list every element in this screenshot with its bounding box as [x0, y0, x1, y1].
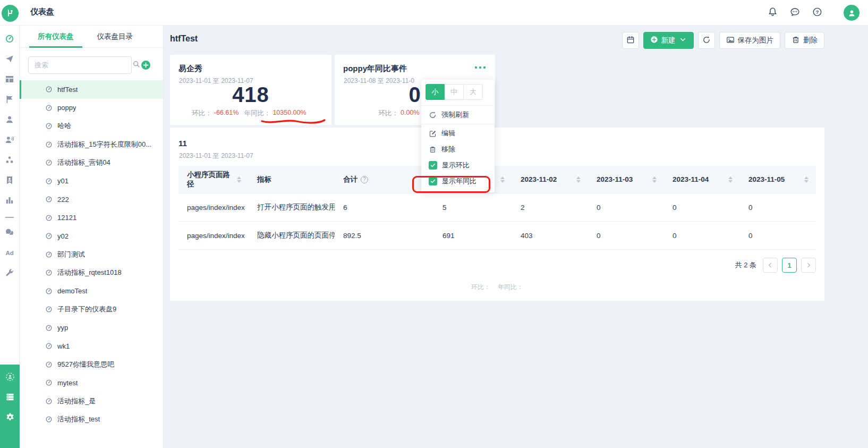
menu-item-force-refresh[interactable]: 强制刷新	[421, 107, 495, 123]
sidebar-item[interactable]: 活动指标_15字符长度限制00...	[20, 136, 163, 154]
rail-item-cluster[interactable]	[0, 151, 20, 171]
sidebar-item[interactable]: y01	[20, 172, 163, 191]
help-icon[interactable]: ?	[812, 7, 822, 19]
brand-logo-icon[interactable]	[2, 5, 19, 22]
rail-item-wrench[interactable]	[0, 264, 20, 284]
gauge-icon	[45, 232, 53, 240]
menu-item-edit[interactable]: 编辑	[421, 125, 495, 141]
refresh-icon	[429, 111, 437, 119]
menu-item-show-ratio[interactable]: 显示环比	[421, 157, 495, 173]
sidebar-item[interactable]: 活动指标_是	[20, 392, 163, 411]
sort-carets-icon[interactable]	[237, 176, 241, 183]
sidebar-item[interactable]: 12121	[20, 209, 163, 227]
card-menu-trigger-icon[interactable]	[475, 66, 486, 69]
table-cell: 0	[740, 193, 816, 221]
save-as-image-button[interactable]: 保存为图片	[719, 32, 781, 49]
rail-item-ad[interactable]: Ad	[0, 243, 20, 264]
sidebar-item[interactable]: poppy	[20, 99, 163, 117]
gear-icon	[5, 412, 15, 424]
tab-all-dashboards[interactable]: 所有仪表盘	[29, 26, 82, 47]
sidebar-item[interactable]: mytest	[20, 374, 163, 392]
menu-item-remove[interactable]: 移除	[421, 141, 495, 157]
card-context-menu: 小中大 强制刷新编辑移除显示环比显示年同比	[421, 80, 495, 192]
table-row: pages/index/index打开小程序页面的触发用...652000	[178, 193, 816, 222]
sidebar-item[interactable]: yyp	[20, 319, 163, 337]
sidebar-item[interactable]: 子目录下的仪表盘9	[20, 300, 163, 319]
next-page-button[interactable]	[801, 258, 816, 273]
sidebar-item[interactable]: 活动指标_test	[20, 410, 163, 429]
user-avatar[interactable]	[844, 5, 860, 21]
sidebar-item[interactable]: 活动指标_rqtest1018	[20, 264, 163, 282]
table-cell: 892.5	[335, 222, 434, 249]
prev-page-button[interactable]	[763, 258, 778, 273]
rail-item-badge-user[interactable]	[0, 171, 20, 191]
svg-text:Ad: Ad	[6, 250, 14, 256]
tab-dashboard-directory[interactable]: 仪表盘目录	[89, 26, 142, 47]
rail-item-server[interactable]	[0, 388, 20, 408]
sidebar-item[interactable]: 9527你懂我意思吧	[20, 356, 163, 374]
refresh-icon	[702, 36, 711, 46]
refresh-button[interactable]	[698, 32, 715, 49]
sidebar-item[interactable]: demoTest	[20, 282, 163, 301]
column-header[interactable]: 指标	[249, 166, 335, 193]
size-option-小[interactable]: 小	[426, 84, 445, 100]
rail-item-settings[interactable]	[0, 408, 20, 428]
sort-carets-icon[interactable]	[652, 176, 657, 183]
add-dashboard-button[interactable]	[141, 60, 151, 70]
sidebar-item-label: 部门测试	[57, 250, 85, 259]
sidebar-item[interactable]: y02	[20, 227, 163, 246]
sidebar-item[interactable]: htfTest	[20, 80, 163, 99]
rail-item-bar-chart[interactable]	[0, 191, 20, 212]
sidebar-item-label: 活动指标_是	[57, 396, 96, 406]
chevron-down-icon	[679, 36, 687, 45]
checkbox-checked-icon[interactable]	[429, 177, 437, 185]
size-option-中[interactable]: 中	[445, 84, 464, 100]
sort-carets-icon[interactable]	[804, 176, 809, 183]
new-button[interactable]: 新建	[643, 32, 694, 49]
column-header[interactable]: 2023-11-03	[588, 166, 664, 193]
sidebar-item[interactable]: 哈哈	[20, 117, 163, 136]
table-cell: 6	[335, 193, 434, 221]
sort-carets-icon[interactable]	[576, 176, 581, 183]
column-header[interactable]: 2023-11-02	[512, 166, 588, 193]
sort-carets-icon[interactable]	[500, 176, 505, 183]
rail-item-share-user[interactable]	[0, 368, 20, 388]
sidebar-search-row	[20, 56, 164, 74]
rail-item-send[interactable]	[0, 50, 20, 70]
chart-legend: 环比： 年同比：	[170, 283, 824, 292]
date-range-button[interactable]	[622, 32, 639, 49]
table-cell: 0	[664, 193, 740, 221]
dashboard-list: htfTestpoppy哈哈活动指标_15字符长度限制00...活动指标_营销0…	[20, 80, 163, 448]
checkbox-checked-icon[interactable]	[429, 161, 437, 170]
sidebar-item[interactable]: 222	[20, 190, 163, 209]
rail-item-dashboard[interactable]	[0, 30, 20, 50]
size-option-大[interactable]: 大	[464, 84, 483, 100]
rail-item-flag[interactable]	[0, 90, 20, 111]
sidebar-item[interactable]: 活动指标_营销04	[20, 154, 163, 172]
card-title: 易企秀	[178, 64, 202, 74]
yoy-value: 10350.00%	[273, 109, 306, 118]
sidebar-item[interactable]: wk1	[20, 337, 163, 356]
kpi-card-yiqixiu[interactable]: 易企秀 2023-11-01 至 2023-11-07 418 环比： -66.…	[170, 55, 331, 125]
column-header[interactable]: 2023-11-05	[740, 166, 816, 193]
rail-item-user[interactable]	[0, 111, 20, 131]
info-icon[interactable]: ?	[361, 176, 368, 183]
column-header[interactable]: 小程序页面路径	[178, 166, 249, 193]
new-button-label: 新建	[661, 36, 676, 45]
yoy-label: 年同比：	[244, 109, 270, 118]
sort-carets-icon[interactable]	[728, 176, 733, 183]
card-comparisons: 环比： -66.61% 年同比： 10350.00%	[170, 109, 331, 118]
comment-icon[interactable]	[790, 7, 800, 19]
page-number-button[interactable]: 1	[782, 258, 797, 273]
rail-item-layout[interactable]	[0, 70, 20, 90]
column-header[interactable]: 2023-11-04	[664, 166, 740, 193]
rail-item-user-voice[interactable]	[0, 131, 20, 151]
column-header[interactable]: 合计?	[335, 166, 434, 193]
sidebar-item[interactable]: 部门测试	[20, 246, 163, 264]
rail-item-chat[interactable]	[0, 223, 20, 243]
search-input[interactable]	[29, 61, 132, 69]
menu-item-show-yoy[interactable]: 显示年同比	[421, 173, 495, 189]
bell-icon[interactable]	[768, 7, 778, 19]
delete-button[interactable]: 删除	[785, 32, 824, 49]
sidebar-item-label: 12121	[57, 214, 76, 222]
